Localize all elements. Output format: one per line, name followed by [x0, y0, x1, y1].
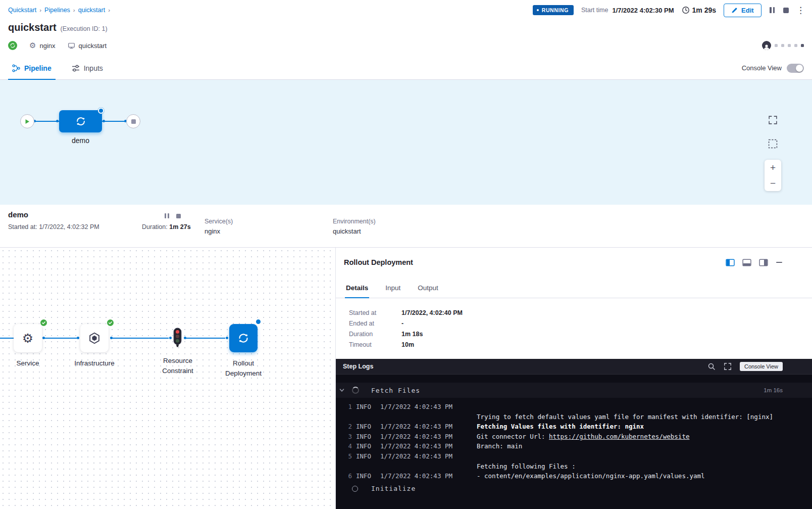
- detail-label: Started at: [349, 309, 401, 316]
- cd-module-icon: [8, 41, 17, 50]
- breadcrumb-link-quickstart[interactable]: Quickstart: [8, 7, 36, 14]
- step-panel-title: Rollout Deployment: [344, 258, 413, 266]
- success-check-icon: [106, 318, 115, 327]
- search-icon[interactable]: [707, 362, 716, 371]
- minimize-icon[interactable]: [776, 259, 783, 266]
- abort-execution-button[interactable]: [783, 8, 789, 13]
- fullscreen-icon: [768, 115, 778, 125]
- connector-dot: [169, 337, 172, 339]
- tab-details[interactable]: Details: [346, 284, 368, 298]
- pipeline-graph-canvas[interactable]: demo + −: [0, 80, 812, 205]
- log-section-title: Initialize: [371, 485, 416, 492]
- edit-button[interactable]: Edit: [724, 4, 762, 17]
- service-name[interactable]: nginx: [39, 42, 55, 50]
- log-message: Branch: main: [477, 441, 522, 451]
- tab-pipeline-label: Pipeline: [24, 64, 52, 72]
- pipeline-end-node[interactable]: [126, 114, 140, 128]
- log-line: Trying to fetch default values yaml file…: [341, 412, 812, 422]
- layout-left-icon[interactable]: [726, 259, 735, 266]
- progress-dot: [794, 44, 797, 47]
- edge-line: [186, 338, 225, 339]
- log-line-number: [341, 412, 352, 422]
- progress-dot: [788, 44, 791, 47]
- log-level: [356, 461, 376, 472]
- connector-dot: [42, 337, 45, 339]
- service-meta: ⚙ nginx: [29, 42, 56, 50]
- layout-right-icon[interactable]: [759, 259, 768, 266]
- user-avatar[interactable]: [762, 41, 771, 50]
- detail-value: 10m: [401, 341, 414, 348]
- log-line: 4 INFO 1/7/2022 4:02:43 PM Branch: main: [341, 441, 812, 451]
- log-line-number: 5: [341, 451, 352, 461]
- log-level: INFO: [356, 432, 376, 442]
- stage-started-label: Started at:: [8, 223, 37, 230]
- environments-value[interactable]: quickstart: [333, 227, 376, 235]
- fullscreen-button[interactable]: [768, 115, 778, 127]
- elapsed-time: 1m 29s: [682, 6, 716, 14]
- step-node-resource-constraint[interactable]: [172, 328, 183, 350]
- more-options-icon[interactable]: ⋮: [796, 6, 805, 15]
- stage-stop-button[interactable]: [176, 214, 181, 218]
- edge-line: [34, 121, 59, 122]
- console-view-toggle-group: Console View: [742, 64, 804, 73]
- step-node-infrastructure[interactable]: [80, 324, 109, 352]
- log-level: INFO: [356, 471, 376, 481]
- stage-pause-button[interactable]: [164, 213, 170, 218]
- title-row: quickstart (Execution ID: 1): [8, 22, 108, 33]
- console-view-button[interactable]: Console View: [740, 362, 783, 371]
- stage-controls: [164, 213, 181, 218]
- stage-node-demo[interactable]: [59, 110, 102, 132]
- layout-bottom-icon[interactable]: [742, 259, 751, 266]
- expand-icon[interactable]: [724, 362, 732, 371]
- execution-graph-canvas[interactable]: ⚙ Service Infrastructure Resource Constr…: [0, 248, 336, 509]
- log-section-fetch-files[interactable]: Fetch Files 1m 16s: [336, 383, 812, 398]
- step-logs-title: Step Logs: [343, 363, 373, 370]
- stage-duration-value: 1m 27s: [169, 223, 190, 230]
- breadcrumb-link-pipeline-name[interactable]: quickstart: [78, 7, 106, 14]
- log-link[interactable]: https://github.com/kubernetes/website: [549, 433, 689, 440]
- stage-started-value: 1/7/2022, 4:02:32 PM: [39, 223, 99, 230]
- log-section-title: Fetch Files: [371, 387, 420, 394]
- inputs-icon: [72, 64, 80, 72]
- log-timestamp: [380, 412, 460, 422]
- console-view-toggle[interactable]: [787, 64, 804, 73]
- environment-name[interactable]: quickstart: [79, 42, 107, 50]
- breadcrumb-link-pipelines[interactable]: Pipelines: [44, 7, 70, 14]
- tab-pipeline[interactable]: Pipeline: [8, 57, 56, 79]
- clock-icon: [682, 6, 690, 14]
- gear-icon: ⚙: [22, 332, 33, 345]
- tab-output[interactable]: Output: [418, 284, 438, 298]
- pipeline-icon: [12, 64, 20, 72]
- pipeline-start-node[interactable]: [20, 114, 34, 128]
- stop-icon: [176, 214, 181, 218]
- progress-dot-active: [801, 44, 804, 47]
- zoom-in-button[interactable]: +: [765, 160, 781, 175]
- log-timestamp: 1/7/2022 4:02:43 PM: [380, 441, 460, 451]
- top-bar: Quickstart › Pipelines › quickstart › RU…: [0, 0, 812, 20]
- step-node-service[interactable]: ⚙: [14, 324, 42, 352]
- tab-inputs[interactable]: Inputs: [68, 57, 107, 79]
- tab-input[interactable]: Input: [385, 284, 400, 298]
- zoom-out-button[interactable]: −: [765, 175, 781, 191]
- pause-execution-button[interactable]: [769, 7, 776, 13]
- connector-dot: [56, 120, 59, 122]
- step-node-rollout-deployment[interactable]: [229, 324, 258, 352]
- log-line: Fetching following Files :: [341, 461, 812, 472]
- services-value[interactable]: nginx: [205, 227, 233, 235]
- environment-icon: [68, 42, 75, 50]
- log-section-initialize[interactable]: Initialize: [336, 481, 812, 496]
- marquee-select-button[interactable]: [768, 139, 778, 151]
- log-level: INFO: [356, 451, 376, 461]
- pencil-icon: [731, 7, 738, 14]
- edge-line: [44, 338, 77, 339]
- detail-label: Ended at: [349, 320, 401, 327]
- log-section-duration: 1m 16s: [764, 387, 783, 393]
- log-line: 1 INFO 1/7/2022 4:02:43 PM: [341, 402, 812, 412]
- log-line-number: 6: [341, 471, 352, 481]
- breadcrumb-separator: ›: [39, 7, 41, 13]
- gear-icon: ⚙: [29, 42, 36, 50]
- environments-column: Environment(s) quickstart: [333, 218, 376, 235]
- zoom-controls: + −: [765, 160, 781, 191]
- step-logs-console: Step Logs Console View Fetch Files 1m 16…: [336, 359, 812, 509]
- status-dot-icon: [537, 9, 539, 11]
